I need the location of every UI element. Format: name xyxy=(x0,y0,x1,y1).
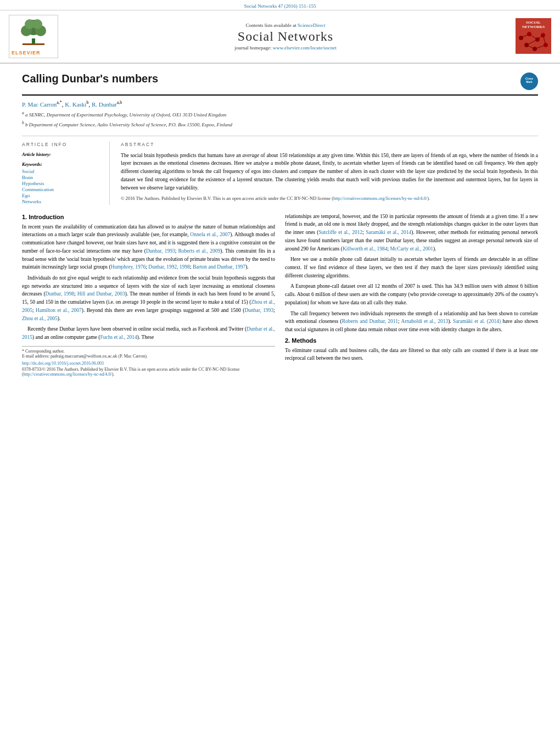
body-left-column: 1. Introduction In recent years the avai… xyxy=(22,213,275,377)
keywords-label: Keywords: xyxy=(22,161,103,167)
body-text-methods: To eliminate casual calls and business c… xyxy=(285,347,538,362)
journal-center: Contents lists available at ScienceDirec… xyxy=(58,23,513,51)
keyword-ego[interactable]: Ego xyxy=(22,193,103,198)
sn-logo-box: SOCIALNETWORKS xyxy=(516,18,551,54)
ref-dunbar1993b[interactable]: Dunbar, 1993 xyxy=(244,308,273,313)
svg-line-15 xyxy=(529,34,537,40)
affiliations: a a SENRC, Department of Experimental Ps… xyxy=(22,110,538,129)
sciencedirect-link[interactable]: ScienceDirect xyxy=(298,23,325,28)
article-title-row: Calling Dunbar's numbers Cross Mark xyxy=(22,72,538,96)
ref-mccarty[interactable]: McCarty et al., 2001 xyxy=(390,246,433,252)
authors-line: P. Mac Carrona,*, K. Kaskib, R. Dunbara,… xyxy=(22,100,538,108)
affil-ab: a,b xyxy=(117,100,122,105)
ref-saramaki2014b[interactable]: Saramäki et al. (2014) xyxy=(453,319,501,324)
sn-logo-text: SOCIALNETWORKS xyxy=(516,18,551,30)
journal-citation-text: Social Networks 47 (2016) 151–155 xyxy=(244,3,316,9)
ref-dunbar1993[interactable]: Dunbar, 1993 xyxy=(146,248,175,254)
ref-fuchs[interactable]: Fuchs et al., 2014 xyxy=(100,334,137,340)
body-text-left: In recent years the availability of comm… xyxy=(22,223,275,342)
keyword-communication[interactable]: Communication xyxy=(22,187,103,192)
svg-line-14 xyxy=(521,34,529,38)
copyright-line: 0378-8733/© 2016 The Authors. Published … xyxy=(22,367,275,377)
article-info-panel: ARTICLE INFO Article history: Keywords: … xyxy=(22,142,110,205)
doi-url[interactable]: http://dx.doi.org/10.1016/j.socnet.2016.… xyxy=(22,361,104,366)
abstract-panel: ABSTRACT The social brain hypothesis pre… xyxy=(121,142,538,205)
publisher-row: ELSEVIER Contents lists available at Sci… xyxy=(0,10,560,64)
open-access-notice: © 2016 The Authors. Published by Elsevie… xyxy=(121,195,538,202)
journal-homepage: journal homepage: www.elsevier.com/locat… xyxy=(58,45,513,51)
elsevier-logo-area: ELSEVIER xyxy=(9,15,58,58)
article-info-title: ARTICLE INFO xyxy=(22,142,103,147)
svg-text:Mark: Mark xyxy=(526,80,533,83)
ref-dunbar2015[interactable]: Dunbar et al., 2015 xyxy=(22,326,275,340)
footnote-corresponding: * Corresponding author. xyxy=(22,349,275,354)
author-dunbar[interactable]: R. Dunbar xyxy=(92,101,117,108)
copyright-license-link[interactable]: http://creativecommons.org/licenses/by-n… xyxy=(24,372,112,377)
affiliation-a: a a SENRC, Department of Experimental Ps… xyxy=(22,110,538,119)
affiliation-b-text: b Department of Computer Science, Aalto … xyxy=(25,122,232,127)
body-right-column: relationships are temporal, however, and… xyxy=(285,213,538,377)
ref-hill-dunbar[interactable]: Hill and Dunbar, 2003 xyxy=(77,291,125,297)
author-kaski[interactable]: K. Kaski xyxy=(65,101,86,108)
elsevier-tree-svg xyxy=(12,18,55,48)
keyword-hypothesis[interactable]: Hypothesis xyxy=(22,181,103,186)
corresponding-email[interactable]: padraig.maccarran@wolfson.ox.ac.uk xyxy=(51,354,117,359)
svg-line-19 xyxy=(535,45,546,49)
affiliation-a-text: a SENRC, Department of Experimental Psyc… xyxy=(25,112,226,118)
ref-arnaboldi[interactable]: Arnaboldi et al., 2013 xyxy=(401,319,448,324)
svg-rect-0 xyxy=(32,38,35,44)
ref-roberts-dunbar[interactable]: Roberts and Dunbar, 2011 xyxy=(342,319,398,324)
ref-barton[interactable]: Barton and Dunbar, 1997 xyxy=(193,264,245,270)
svg-rect-6 xyxy=(23,43,44,45)
cc-license-link[interactable]: http://creativecommons.org/licenses/by-n… xyxy=(333,196,427,201)
affiliation-b: b b Department of Computer Science, Aalt… xyxy=(22,120,538,129)
footnote-area: * Corresponding author. E-mail address: … xyxy=(22,346,275,359)
affil-b: b xyxy=(86,100,88,105)
ref-saramaki2014[interactable]: Saramäki et al., 2014 xyxy=(366,230,411,235)
ref-roberts2009[interactable]: Roberts et al., 2009 xyxy=(178,248,221,254)
section2-heading: 2. Methods xyxy=(285,337,538,344)
ref-onnela[interactable]: Onnela et al., 2007 xyxy=(190,232,230,237)
svg-line-17 xyxy=(537,35,543,40)
keyword-brain[interactable]: Brain xyxy=(22,175,103,180)
footnote-email: E-mail address: padraig.maccarran@wolfso… xyxy=(22,354,275,359)
abstract-text: The social brain hypothesis predicts tha… xyxy=(121,152,538,192)
journal-citation: Social Networks 47 (2016) 151–155 xyxy=(0,0,560,10)
homepage-link[interactable]: www.elsevier.com/locate/socnet xyxy=(273,45,337,51)
abstract-title: ABSTRACT xyxy=(121,142,538,147)
ref-hamilton[interactable]: Hamilton et al., 2007 xyxy=(36,308,82,313)
ref-dunbar1998[interactable]: Dunbar, 1998 xyxy=(46,291,74,297)
elsevier-text: ELSEVIER xyxy=(12,50,55,55)
ref-killworth[interactable]: Killworth et al., 1984 xyxy=(343,246,388,252)
methods-paragraph: To eliminate casual calls and business c… xyxy=(285,347,538,362)
svg-point-5 xyxy=(32,19,42,29)
ref-sutcliffe[interactable]: Sutcliffe et al., 2012 xyxy=(318,230,362,235)
journal-title: Social Networks xyxy=(58,29,513,44)
body-text-right: relationships are temporal, however, and… xyxy=(285,213,538,334)
email-suffix: (P. Mac Carron). xyxy=(119,354,148,359)
contents-list: Contents lists available at ScienceDirec… xyxy=(58,23,513,28)
social-networks-logo: SOCIALNETWORKS xyxy=(513,18,551,55)
keyword-social[interactable]: Social xyxy=(22,169,103,174)
body-content: 1. Introduction In recent years the avai… xyxy=(22,213,538,377)
affil-a: a,* xyxy=(57,100,62,105)
elsevier-logo-box: ELSEVIER xyxy=(9,15,58,58)
svg-line-20 xyxy=(527,45,535,49)
article-history-label: Article history: xyxy=(22,152,103,157)
keyword-networks[interactable]: Networks xyxy=(22,199,103,204)
svg-line-16 xyxy=(527,40,537,45)
crossmark-badge[interactable]: Cross Mark xyxy=(520,72,538,90)
author-mac-carron[interactable]: P. Mac Carron xyxy=(22,101,57,108)
email-label: E-mail address: xyxy=(22,354,49,359)
doi-link: http://dx.doi.org/10.1016/j.socnet.2016.… xyxy=(22,361,275,366)
ref-zhou2005b[interactable]: Zhou et al., 2005 xyxy=(22,316,58,321)
article-title-text: Calling Dunbar's numbers xyxy=(22,72,158,85)
sn-logo-graphic xyxy=(516,30,551,52)
contents-label: Contents lists available at xyxy=(246,23,296,28)
ref-dunbar-1992-1998[interactable]: Dunbar, 1992, 1998 xyxy=(148,264,190,270)
homepage-label: journal homepage: xyxy=(234,45,271,51)
article-area: Calling Dunbar's numbers Cross Mark P. M… xyxy=(0,64,560,386)
ref-humphrey[interactable]: Humphrey, 1976 xyxy=(111,264,146,270)
section1-heading: 1. Introduction xyxy=(22,214,275,220)
crossmark-icon: Cross Mark xyxy=(522,74,537,89)
